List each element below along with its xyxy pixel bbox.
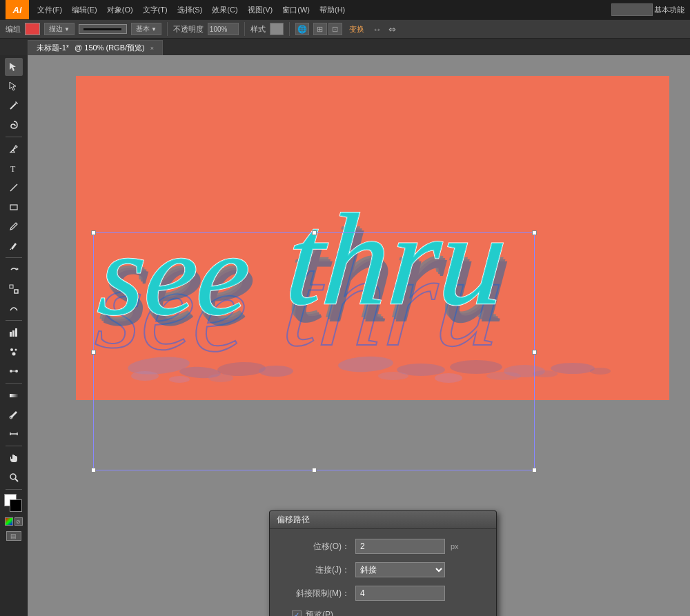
tool-zoom[interactable] — [5, 468, 23, 486]
separator-3 — [289, 22, 290, 36]
color-swatches[interactable] — [4, 494, 23, 513]
opacity-label: 不透明度 — [173, 24, 204, 34]
miter-row: 斜接限制(M)： — [281, 586, 485, 601]
menu-effect[interactable]: 效果(C) — [208, 3, 241, 17]
document-tab[interactable]: 未标题-1* @ 150% (RGB/预览) × — [28, 40, 163, 55]
color-mode-none[interactable]: ⊘ — [14, 517, 23, 526]
tool-rectangle[interactable] — [5, 198, 23, 216]
offset-row: 位移(O)： px — [281, 539, 485, 554]
tool-magic-wand[interactable] — [5, 97, 23, 115]
offset-input[interactable] — [355, 539, 445, 554]
svg-rect-12 — [15, 328, 17, 337]
dialog-title-bar[interactable]: 偏移路径 — [270, 511, 496, 529]
svg-marker-0 — [10, 63, 16, 71]
transform-btn[interactable]: 变换 — [346, 24, 367, 34]
search-bar[interactable] — [611, 3, 653, 16]
stroke-dropdown[interactable]: 描边▼ — [44, 23, 75, 35]
svg-rect-9 — [14, 290, 18, 293]
toolbar: 编组 描边▼ 基本▼ 不透明度 样式 🌐 ⊞ ⊡ 变换 ↔ ⇔ — [0, 19, 690, 39]
view-icon-1[interactable]: ⊞ — [313, 23, 327, 35]
svg-point-50 — [435, 373, 462, 383]
tool-scale[interactable] — [5, 280, 23, 298]
style-color[interactable] — [270, 23, 284, 35]
svg-rect-10 — [10, 332, 12, 337]
join-select[interactable]: 斜接 圆形 斜面 — [355, 562, 445, 577]
tool-hand[interactable] — [5, 449, 23, 467]
miter-input[interactable] — [355, 586, 445, 601]
dialog-title-text: 偏移路径 — [277, 514, 310, 526]
app-logo: Ai — [6, 0, 29, 19]
svg-point-15 — [12, 352, 15, 356]
tool-separator-3 — [6, 320, 22, 321]
color-mode-gradient[interactable] — [5, 517, 13, 526]
menu-window[interactable]: 窗口(W) — [278, 3, 314, 17]
tab-close-btn[interactable]: × — [150, 45, 154, 52]
menu-view[interactable]: 视图(V) — [244, 3, 277, 17]
svg-text:T: T — [10, 164, 16, 173]
artwork-svg: see thru see see see thru thru thru — [76, 76, 669, 400]
svg-point-43 — [208, 374, 233, 382]
left-toolbar: T — [0, 55, 28, 616]
menu-select[interactable]: 选择(S) — [173, 3, 207, 17]
svg-text:thru: thru — [282, 186, 513, 332]
menu-bar: Ai 文件(F) 编辑(E) 对象(O) 文字(T) 选择(S) 效果(C) 视… — [0, 0, 690, 19]
tool-paintbrush[interactable] — [5, 217, 23, 235]
svg-point-40 — [131, 371, 159, 381]
tool-selection[interactable] — [5, 58, 23, 76]
arr-icon-1[interactable]: ↔ — [371, 24, 383, 34]
preview-checkbox[interactable]: ✓ — [292, 610, 302, 617]
separator-2 — [244, 22, 245, 36]
tool-warp[interactable] — [5, 299, 23, 317]
tool-symbol[interactable] — [5, 343, 23, 361]
offset-unit: px — [451, 542, 459, 550]
screen-mode-btn[interactable]: ▤ — [6, 531, 21, 541]
tool-rotate[interactable] — [5, 261, 23, 279]
color-mode-icons: ⊘ — [5, 517, 23, 526]
menu-object[interactable]: 对象(O) — [103, 3, 137, 17]
tool-graph[interactable] — [5, 324, 23, 341]
tool-blend[interactable] — [5, 362, 23, 380]
svg-rect-6 — [10, 205, 17, 210]
separator-1 — [167, 22, 168, 36]
svg-line-5 — [10, 184, 17, 191]
join-label: 连接(J)： — [281, 564, 350, 576]
tool-eyedropper[interactable] — [5, 406, 23, 424]
workspace-label: 基本功能 — [654, 5, 684, 15]
tool-direct-selection[interactable] — [5, 77, 23, 95]
screen-mode-group: ▤ — [6, 531, 21, 541]
svg-rect-11 — [12, 330, 14, 337]
menu-edit[interactable]: 编辑(E) — [68, 3, 101, 17]
handle-bl[interactable] — [91, 468, 96, 473]
view-icon-2[interactable]: ⊡ — [328, 23, 342, 35]
globe-icon[interactable]: 🌐 — [295, 23, 309, 35]
toolbar-mode-label: 编组 — [6, 24, 21, 34]
join-row: 连接(J)： 斜接 圆形 斜面 — [281, 562, 485, 577]
fill-color[interactable] — [25, 23, 40, 35]
menu-help[interactable]: 帮助(H) — [315, 3, 349, 17]
tool-measure[interactable] — [5, 425, 23, 443]
view-icons: ⊞ ⊡ — [313, 23, 342, 35]
handle-br[interactable] — [532, 468, 537, 473]
svg-point-16 — [10, 370, 12, 372]
tool-pencil[interactable] — [5, 237, 23, 255]
handle-bm[interactable] — [312, 468, 317, 473]
stroke-basic-dropdown[interactable]: 基本▼ — [131, 23, 161, 35]
join-select-wrapper: 斜接 圆形 斜面 — [355, 562, 445, 577]
svg-line-24 — [15, 479, 18, 481]
tool-pen[interactable] — [5, 140, 23, 158]
tool-line[interactable] — [5, 179, 23, 197]
arr-icon-2[interactable]: ⇔ — [387, 24, 397, 34]
dialog-body: 位移(O)： px 连接(J)： 斜接 圆形 斜面 — [270, 529, 496, 616]
tool-text[interactable]: T — [5, 159, 23, 177]
tool-lasso[interactable] — [5, 116, 23, 134]
menu-text[interactable]: 文字(T) — [139, 3, 172, 17]
menu-file[interactable]: 文件(F) — [33, 3, 66, 17]
opacity-input[interactable] — [208, 23, 239, 35]
svg-rect-8 — [10, 285, 13, 288]
style-label: 样式 — [250, 24, 266, 34]
svg-point-51 — [486, 372, 521, 380]
tool-gradient[interactable] — [5, 386, 23, 404]
svg-rect-18 — [10, 394, 18, 397]
miter-label: 斜接限制(M)： — [281, 588, 350, 599]
svg-marker-7 — [17, 268, 19, 270]
